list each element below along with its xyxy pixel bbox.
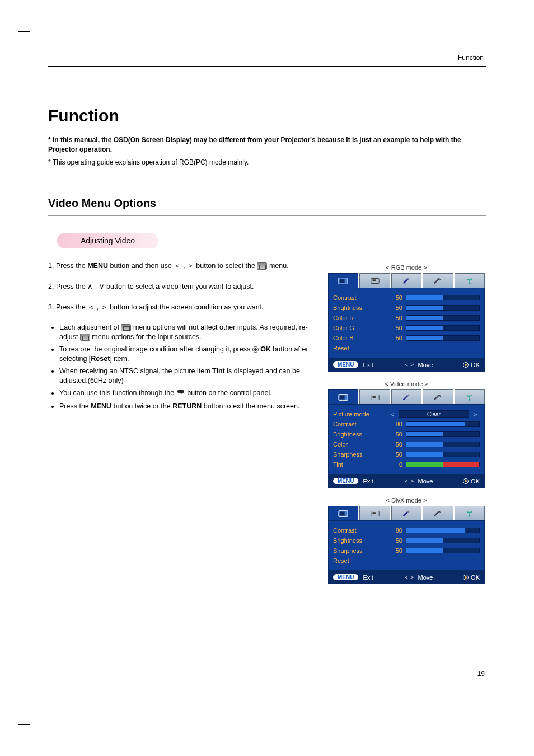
- label: Tint: [333, 461, 385, 468]
- label: Brightness: [333, 304, 385, 311]
- slider[interactable]: [406, 538, 480, 543]
- row-color-g[interactable]: Color G50: [333, 323, 480, 333]
- row-color-r[interactable]: Color R50: [333, 313, 480, 323]
- right-arrow-glyph: ＞: [101, 303, 108, 311]
- tab-audio-icon[interactable]: [423, 389, 453, 404]
- menu-button[interactable]: MENU: [333, 574, 358, 580]
- row-contrast[interactable]: Contrast80: [333, 525, 480, 536]
- row-reset[interactable]: Reset: [333, 556, 480, 566]
- row-contrast[interactable]: Contrast80: [333, 419, 480, 429]
- tab-setup-icon[interactable]: [391, 273, 421, 288]
- chevron-right-icon[interactable]: ＞: [471, 410, 480, 419]
- tab-audio-icon[interactable]: [423, 273, 453, 288]
- row-contrast[interactable]: Contrast50: [333, 293, 480, 303]
- tab-screen-icon[interactable]: [359, 273, 390, 288]
- row-reset[interactable]: Reset: [333, 343, 480, 353]
- osd-footer: MENUExit ＜＞Move OK: [328, 571, 485, 584]
- tab-usb-icon[interactable]: [455, 273, 485, 288]
- control-panel-icon: [176, 389, 185, 400]
- text: When receiving an NTSC signal, the pictu…: [59, 367, 212, 375]
- tab-usb-icon[interactable]: [455, 389, 485, 404]
- row-picture-mode[interactable]: Picture mode ＜ Clear ＞: [333, 409, 480, 419]
- tab-video-icon[interactable]: [328, 389, 358, 404]
- left-arrow-glyph: ＜: [87, 303, 95, 311]
- svg-point-20: [407, 510, 410, 513]
- tab-setup-icon[interactable]: [391, 506, 421, 520]
- value: 50: [388, 314, 402, 321]
- slider[interactable]: [406, 315, 480, 321]
- text: menu options for the input sources.: [90, 333, 202, 341]
- label: Brightness: [333, 431, 385, 438]
- label: Sharpness: [333, 547, 385, 554]
- osd-video: Picture mode ＜ Clear ＞ Contrast80 Bright…: [328, 389, 485, 488]
- tab-audio-icon[interactable]: [423, 506, 453, 520]
- label: Brightness: [333, 537, 385, 544]
- menu-word: MENU: [91, 402, 111, 410]
- row-tint[interactable]: Tint0: [333, 459, 480, 469]
- label: Contrast: [333, 527, 385, 534]
- tab-screen-icon[interactable]: [359, 389, 390, 404]
- text: button and then use: [108, 262, 174, 270]
- instructions-column: 1. Press the MENU button and then use ＜ …: [48, 261, 319, 414]
- step-3: 3. Press the ＜ , ＞ button to adjust the …: [48, 302, 319, 313]
- down-arrow-glyph: ∨: [99, 283, 105, 290]
- slider[interactable]: [406, 528, 480, 533]
- video-menu-icon: [121, 324, 131, 331]
- ok-word: OK: [260, 345, 271, 353]
- slider[interactable]: [406, 295, 480, 300]
- picture-mode-selector[interactable]: ＜ Clear ＞: [388, 410, 480, 419]
- slider[interactable]: [406, 335, 480, 341]
- slider[interactable]: [406, 431, 480, 437]
- row-brightness[interactable]: Brightness50: [333, 536, 480, 546]
- tab-screen-icon[interactable]: [359, 506, 390, 520]
- svg-point-7: [469, 283, 470, 284]
- menu-button[interactable]: MENU: [333, 361, 358, 368]
- tab-video-icon[interactable]: [328, 273, 358, 288]
- svg-point-4: [407, 278, 410, 280]
- text: Each adjustment of: [59, 323, 121, 331]
- osd-footer: MENUExit ＜＞Move OK: [328, 475, 485, 488]
- chevron-left-icon[interactable]: ＜: [388, 410, 396, 419]
- footer-rule: [48, 666, 486, 666]
- row-color-b[interactable]: Color B50: [333, 333, 480, 343]
- text: ] item.: [110, 355, 129, 363]
- label: Color: [333, 441, 385, 448]
- osd-label-divx: < DivX mode >: [327, 497, 486, 504]
- row-color[interactable]: Color50: [333, 439, 480, 449]
- svg-point-13: [467, 395, 468, 396]
- bullet-1: Each adjustment of menu options will not…: [59, 323, 319, 342]
- value: 50: [388, 335, 402, 341]
- video-menu-icon: [257, 262, 267, 270]
- svg-point-12: [407, 394, 410, 396]
- tint-slider[interactable]: [406, 462, 480, 467]
- slider[interactable]: [406, 305, 480, 311]
- row-brightness[interactable]: Brightness50: [333, 303, 480, 313]
- step-2: 2. Press the ∧ , ∨ button to select a vi…: [48, 281, 319, 292]
- value: 50: [388, 304, 402, 311]
- tab-usb-icon[interactable]: [455, 506, 485, 520]
- slider[interactable]: [406, 325, 480, 331]
- osd-column: < RGB mode > Contrast50 Brightness50 Col…: [327, 261, 486, 593]
- tab-video-icon[interactable]: [328, 506, 358, 520]
- value: 50: [388, 325, 402, 331]
- running-header: Function: [458, 54, 484, 62]
- slider[interactable]: [406, 548, 480, 553]
- ok-label: OK: [471, 478, 480, 485]
- slider[interactable]: [406, 421, 480, 427]
- bullet-4: You can use this function through the bu…: [59, 388, 319, 400]
- note-bold: * In this manual, the OSD(On Screen Disp…: [48, 135, 486, 154]
- value: 50: [388, 431, 402, 438]
- row-sharpness[interactable]: Sharpness50: [333, 546, 480, 556]
- right-arrow-glyph: ＞: [187, 262, 194, 270]
- label: Sharpness: [333, 451, 385, 458]
- row-sharpness[interactable]: Sharpness50: [333, 449, 480, 459]
- menu-button[interactable]: MENU: [333, 478, 358, 484]
- text: button to select the: [194, 262, 257, 270]
- tab-setup-icon[interactable]: [391, 389, 421, 404]
- slider[interactable]: [406, 442, 480, 447]
- osd-body: Picture mode ＜ Clear ＞ Contrast80 Bright…: [328, 404, 485, 475]
- slider[interactable]: [406, 452, 480, 457]
- text: You can use this function through the: [59, 389, 176, 397]
- label: Color G: [333, 325, 385, 331]
- row-brightness[interactable]: Brightness50: [333, 429, 480, 439]
